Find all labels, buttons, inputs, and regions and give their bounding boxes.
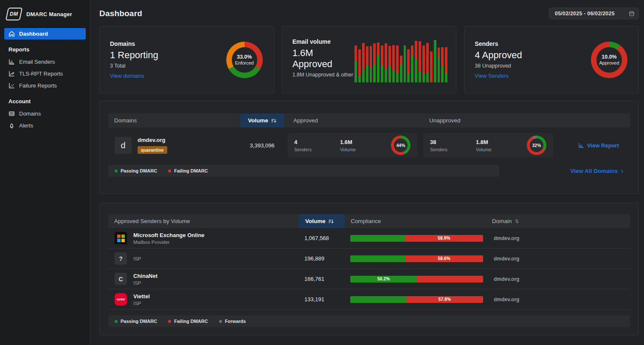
donut-center-label: Enforced xyxy=(235,60,254,65)
volume-bar xyxy=(392,37,395,82)
sender-row[interactable]: C ChinaNet ISP 166,761 50.2% dmdev.org xyxy=(108,269,630,289)
view-domains-link[interactable]: View domains xyxy=(110,73,158,79)
volume-bar xyxy=(411,37,413,82)
sidebar-item-failure-reports[interactable]: Failure Reports xyxy=(4,80,86,91)
approved-stats-box: 4 Senders 1.6M Volume 44% xyxy=(287,133,417,158)
viettel-logo-icon: viettel xyxy=(115,293,127,305)
view-all-domains-link[interactable]: View All Domains› xyxy=(571,167,623,174)
volume-bar xyxy=(404,37,406,82)
volume-bar xyxy=(430,37,433,82)
sender-type: ISP xyxy=(133,256,141,261)
column-header-domains[interactable]: Domains xyxy=(108,113,240,127)
senders-approved-donut-chart: 10.0% Approved xyxy=(591,42,627,78)
compliance-bar: 58.6% xyxy=(350,255,483,262)
sidebar-section-reports: Reports xyxy=(4,46,86,53)
sender-domain: dmdev.org xyxy=(486,256,630,262)
chevron-right-icon: › xyxy=(621,167,623,174)
sidebar-item-tls-rpt-reports[interactable]: TLS-RPT Reports xyxy=(4,68,86,79)
home-icon xyxy=(8,31,15,37)
policy-badge: quarantine xyxy=(138,146,167,154)
page-title: Dashboard xyxy=(99,9,142,18)
approved-volume-value: 1.6M xyxy=(340,139,386,145)
green-dot-icon xyxy=(115,170,118,172)
card-title: Email volume xyxy=(292,38,354,45)
column-header-domain[interactable]: Domain ⇅ xyxy=(486,214,630,228)
sender-volume: 1,067,568 xyxy=(299,235,345,241)
volume-bar xyxy=(438,37,440,82)
legend-passing-dmarc: Passing DMARC xyxy=(115,168,157,173)
card-title: Senders xyxy=(475,40,522,47)
volume-bar xyxy=(426,37,429,82)
view-report-link[interactable]: View Report xyxy=(578,142,619,149)
domain-avatar: d xyxy=(115,137,132,154)
sender-row[interactable]: viettel Viettel ISP 133,191 57.8% dmdev.… xyxy=(108,289,630,310)
stat-label: Senders xyxy=(294,147,340,152)
sender-type: ISP xyxy=(133,280,157,286)
volume-bar xyxy=(415,37,417,82)
microsoft-logo-icon xyxy=(115,232,127,244)
legend-failing-dmarc: Failing DMARC xyxy=(168,168,208,173)
sidebar-item-label: TLS-RPT Reports xyxy=(19,71,63,77)
unknown-sender-icon: ? xyxy=(115,252,127,265)
sidebar-item-domains[interactable]: Domains xyxy=(4,108,86,119)
sender-name[interactable]: ChinaNet xyxy=(133,273,157,279)
volume-bar xyxy=(388,37,391,82)
legend-forwards: Forwards xyxy=(219,319,246,324)
volume-bar xyxy=(434,37,436,82)
donut-center-value: 33.0% xyxy=(237,54,252,60)
bar-chart-icon xyxy=(8,59,15,65)
volume-bar xyxy=(422,37,425,82)
dm-logo-icon: DM xyxy=(6,8,22,20)
sender-row[interactable]: Microsoft Exchange Online Mailbox Provid… xyxy=(108,228,630,249)
sidebar-item-label: Email Senders xyxy=(19,59,55,65)
date-range-picker[interactable]: 05/02/2025 - 06/02/2025 xyxy=(549,8,639,19)
volume-bar xyxy=(441,37,444,82)
sender-volume: 166,761 xyxy=(299,276,345,282)
sidebar: DM DMARC Manager Dashboard Reports Email… xyxy=(0,0,90,345)
app-logo: DM DMARC Manager xyxy=(4,6,86,28)
unapproved-volume: 1.8M Unapproved & other xyxy=(292,72,354,78)
legend-passing-dmarc: Passing DMARC xyxy=(115,319,157,324)
domain-row[interactable]: d dmdev.org quarantine 3,393,096 4 Sende… xyxy=(108,133,630,158)
legend-failing-dmarc: Failing DMARC xyxy=(168,319,208,324)
table-icon xyxy=(8,110,15,117)
sort-updown-icon: ⇅ xyxy=(515,218,519,224)
sender-name[interactable]: Microsoft Exchange Online xyxy=(133,232,205,238)
sidebar-item-alerts[interactable]: Alerts xyxy=(4,120,86,131)
column-header-sender[interactable]: Approved Senders by Volume xyxy=(108,214,299,228)
column-header-approved[interactable]: Approved xyxy=(287,113,417,127)
volume-bar xyxy=(400,37,402,82)
sort-desc-icon xyxy=(271,118,276,123)
dmarc-manager-app: DM DMARC Manager Dashboard Reports Email… xyxy=(0,0,644,345)
volume-bar xyxy=(358,37,361,82)
sender-name[interactable]: Viettel xyxy=(133,293,150,300)
email-volume-summary-card: Email volume 1.6M Approved 1.8M Unapprov… xyxy=(282,26,457,93)
sidebar-section-account: Account xyxy=(4,98,86,105)
domain-name[interactable]: dmdev.org xyxy=(138,137,167,143)
app-title: DMARC Manager xyxy=(26,11,72,17)
volume-bar xyxy=(366,37,368,82)
sender-type: Mailbox Provider xyxy=(133,240,205,245)
sender-volume: 133,191 xyxy=(299,296,345,303)
sender-domain: dmdev.org xyxy=(486,297,630,303)
senders-summary-card: Senders 4 Approved 38 Unapproved View Se… xyxy=(464,26,639,93)
domains-reporting-count: 1 Reporting xyxy=(110,50,158,61)
stat-label: Volume xyxy=(340,147,386,152)
sidebar-item-email-senders[interactable]: Email Senders xyxy=(4,56,86,68)
domains-legend: Passing DMARC Failing DMARC xyxy=(108,165,499,177)
sender-row[interactable]: ? ISP 196,889 58.6% dmdev.org xyxy=(108,249,630,269)
donut-center-label: Approved xyxy=(599,60,619,65)
column-header-volume[interactable]: Volume xyxy=(299,214,345,228)
view-senders-link[interactable]: View Senders xyxy=(475,73,522,79)
line-chart-icon xyxy=(8,71,15,77)
sidebar-item-label: Dashboard xyxy=(19,31,48,37)
column-header-volume[interactable]: Volume xyxy=(240,113,284,127)
volume-bar xyxy=(385,37,387,82)
sidebar-item-label: Failure Reports xyxy=(19,82,57,89)
bell-icon xyxy=(8,122,15,129)
column-header-compliance[interactable]: Compliance xyxy=(345,214,486,228)
column-header-unapproved[interactable]: Unapproved xyxy=(423,113,553,127)
volume-bar xyxy=(381,37,383,82)
sidebar-item-dashboard[interactable]: Dashboard xyxy=(4,28,86,40)
volume-bar xyxy=(362,37,365,82)
